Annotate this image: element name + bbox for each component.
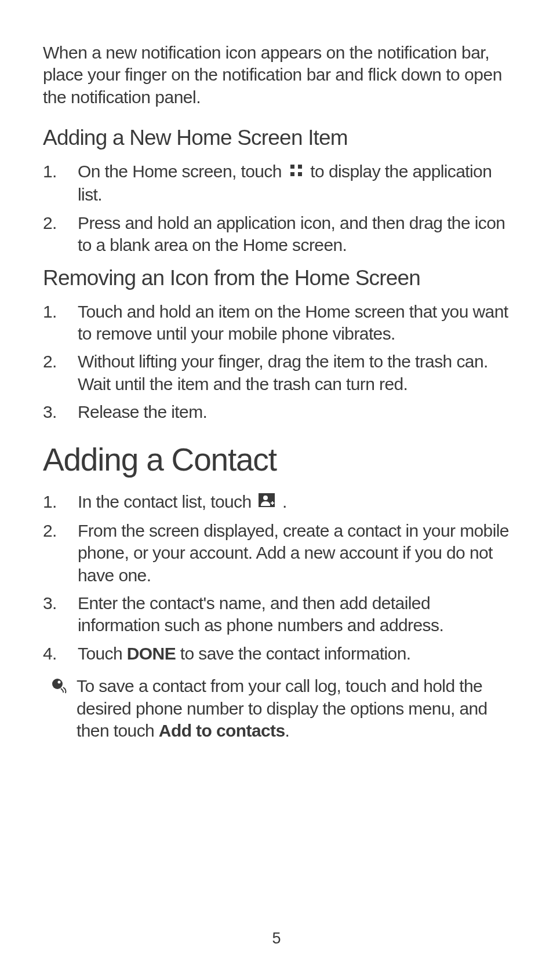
svg-rect-7 bbox=[272, 501, 273, 505]
svg-rect-0 bbox=[290, 165, 294, 169]
list-item-text-pre: Touch bbox=[78, 644, 127, 663]
tip-icon bbox=[51, 675, 77, 697]
list-item: Touch DONE to save the contact informati… bbox=[43, 643, 510, 665]
done-label: DONE bbox=[127, 644, 176, 663]
heading-adding-home-item: Adding a New Home Screen Item bbox=[43, 126, 510, 150]
list-item: From the screen displayed, create a cont… bbox=[43, 520, 510, 586]
list-adding-home-item: On the Home screen, touch to display the… bbox=[43, 161, 510, 256]
svg-point-5 bbox=[263, 496, 268, 500]
page-number: 5 bbox=[0, 930, 553, 948]
tip-block: To save a contact from your call log, to… bbox=[43, 675, 510, 742]
tip-text-post: . bbox=[285, 721, 290, 740]
svg-rect-1 bbox=[298, 165, 302, 169]
list-item: Without lifting your finger, drag the it… bbox=[43, 351, 510, 395]
svg-rect-2 bbox=[290, 172, 294, 176]
list-item: Release the item. bbox=[43, 401, 510, 423]
list-item: Touch and hold an item on the Home scree… bbox=[43, 301, 510, 345]
add-to-contacts-label: Add to contacts bbox=[159, 721, 285, 740]
heading-removing-icon: Removing an Icon from the Home Screen bbox=[43, 266, 510, 290]
add-contact-icon bbox=[259, 490, 275, 512]
heading-adding-contact: Adding a Contact bbox=[43, 441, 510, 478]
list-item: In the contact list, touch . bbox=[43, 491, 510, 514]
list-removing-icon: Touch and hold an item on the Home scree… bbox=[43, 301, 510, 424]
tip-text: To save a contact from your call log, to… bbox=[77, 675, 510, 742]
list-item: Enter the contact's name, and then add d… bbox=[43, 592, 510, 637]
list-item: On the Home screen, touch to display the… bbox=[43, 161, 510, 206]
list-item-text-post: . bbox=[282, 492, 287, 511]
list-item-text-post: to save the contact information. bbox=[176, 644, 410, 663]
list-item-text-pre: On the Home screen, touch bbox=[78, 162, 286, 181]
svg-rect-3 bbox=[298, 172, 302, 176]
svg-point-8 bbox=[52, 679, 63, 689]
list-item-text-pre: In the contact list, touch bbox=[78, 492, 256, 511]
svg-point-9 bbox=[58, 681, 61, 684]
apps-grid-icon bbox=[289, 161, 303, 183]
list-item: Press and hold an application icon, and … bbox=[43, 212, 510, 257]
list-adding-contact: In the contact list, touch . From the sc… bbox=[43, 491, 510, 665]
intro-paragraph: When a new notification icon appears on … bbox=[43, 42, 510, 108]
